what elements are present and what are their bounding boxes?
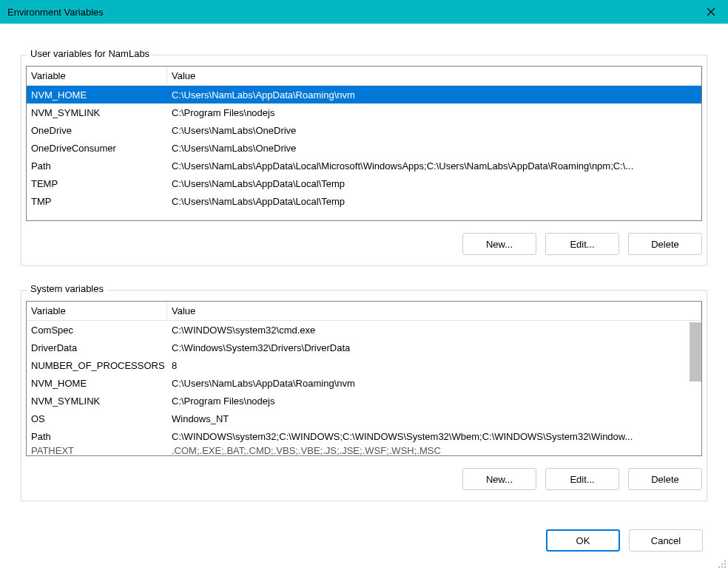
- variable-value: C:\WINDOWS\system32\cmd.exe: [167, 325, 701, 336]
- user-delete-button[interactable]: Delete: [628, 233, 702, 255]
- svg-point-1: [721, 563, 723, 565]
- user-header-variable[interactable]: Variable: [27, 67, 167, 85]
- table-row[interactable]: ComSpecC:\WINDOWS\system32\cmd.exe: [27, 321, 701, 339]
- system-new-button[interactable]: New...: [462, 468, 536, 490]
- variable-name: NVM_SYMLINK: [27, 396, 167, 407]
- system-header-value[interactable]: Value: [167, 302, 701, 320]
- variable-name: TMP: [27, 196, 167, 207]
- system-header-variable[interactable]: Variable: [27, 302, 167, 320]
- variable-value: C:\Users\NamLabs\AppData\Local\Temp: [167, 196, 701, 207]
- system-variables-group: System variables Variable Value ComSpecC…: [21, 290, 707, 501]
- user-variables-group: User variables for NamLabs Variable Valu…: [21, 55, 707, 266]
- user-header-value[interactable]: Value: [167, 67, 701, 85]
- table-row[interactable]: NVM_SYMLINKC:\Program Files\nodejs: [27, 392, 701, 410]
- user-edit-button[interactable]: Edit...: [545, 233, 619, 255]
- dialog-content: User variables for NamLabs Variable Valu…: [0, 24, 728, 509]
- close-button[interactable]: [694, 0, 728, 24]
- variable-value: C:\Users\NamLabs\OneDrive: [167, 125, 701, 136]
- variable-value: C:\Program Files\nodejs: [167, 396, 701, 407]
- variable-name: OneDrive: [27, 125, 167, 136]
- svg-point-0: [724, 560, 726, 562]
- table-row[interactable]: NUMBER_OF_PROCESSORS8: [27, 356, 701, 374]
- system-edit-button[interactable]: Edit...: [545, 468, 619, 490]
- resize-grip[interactable]: [716, 558, 727, 569]
- variable-name: Path: [27, 160, 167, 172]
- svg-point-2: [724, 563, 726, 565]
- variable-value: 8: [167, 360, 701, 371]
- variable-value: C:\Users\NamLabs\AppData\Roaming\nvm: [167, 378, 701, 389]
- table-row[interactable]: TEMPC:\Users\NamLabs\AppData\Local\Temp: [27, 174, 701, 192]
- window-title: Environment Variables: [7, 7, 104, 18]
- variable-name: ComSpec: [27, 325, 167, 336]
- variable-value: Windows_NT: [167, 413, 701, 424]
- svg-point-3: [718, 566, 720, 568]
- scrollbar-thumb[interactable]: [690, 322, 701, 381]
- table-row[interactable]: NVM_HOMEC:\Users\NamLabs\AppData\Roaming…: [27, 374, 701, 392]
- svg-point-5: [724, 566, 726, 568]
- variable-value: C:\Users\NamLabs\AppData\Roaming\nvm: [167, 89, 701, 101]
- variable-name: DriverData: [27, 342, 167, 353]
- table-row[interactable]: PathC:\WINDOWS\system32;C:\WINDOWS;C:\WI…: [27, 427, 701, 445]
- user-new-button[interactable]: New...: [462, 233, 536, 255]
- table-row[interactable]: DriverDataC:\Windows\System32\Drivers\Dr…: [27, 339, 701, 356]
- system-table-header[interactable]: Variable Value: [27, 302, 701, 321]
- table-row[interactable]: NVM_HOMEC:\Users\NamLabs\AppData\Roaming…: [27, 86, 701, 104]
- table-row[interactable]: PATHEXT.COM;.EXE;.BAT;.CMD;.VBS;.VBE;.JS…: [27, 445, 701, 455]
- table-row[interactable]: OneDriveC:\Users\NamLabs\OneDrive: [27, 121, 701, 139]
- variable-name: NVM_SYMLINK: [27, 107, 167, 118]
- variable-name: OneDriveConsumer: [27, 143, 167, 154]
- variable-value: C:\Program Files\nodejs: [167, 107, 701, 118]
- user-button-row: New... Edit... Delete: [21, 221, 707, 255]
- user-table-header[interactable]: Variable Value: [27, 67, 701, 86]
- user-variables-label: User variables for NamLabs: [27, 48, 152, 59]
- close-icon: [707, 7, 715, 16]
- variable-value: .COM;.EXE;.BAT;.CMD;.VBS;.VBE;.JS;.JSE;.…: [167, 445, 701, 455]
- variable-name: NVM_HOME: [27, 378, 167, 389]
- system-variables-table[interactable]: Variable Value ComSpecC:\WINDOWS\system3…: [26, 301, 702, 456]
- variable-name: OS: [27, 413, 167, 424]
- variable-name: TEMP: [27, 178, 167, 189]
- user-variables-table[interactable]: Variable Value NVM_HOMEC:\Users\NamLabs\…: [26, 66, 702, 221]
- table-row[interactable]: OSWindows_NT: [27, 410, 701, 427]
- titlebar: Environment Variables: [0, 0, 728, 24]
- variable-name: NUMBER_OF_PROCESSORS: [27, 360, 167, 371]
- ok-button[interactable]: OK: [546, 529, 620, 552]
- system-button-row: New... Edit... Delete: [21, 456, 707, 490]
- table-row[interactable]: TMPC:\Users\NamLabs\AppData\Local\Temp: [27, 192, 701, 210]
- variable-value: C:\Users\NamLabs\OneDrive: [167, 143, 701, 154]
- svg-point-4: [721, 566, 723, 568]
- variable-value: C:\Windows\System32\Drivers\DriverData: [167, 342, 701, 353]
- dialog-button-row: OK Cancel: [0, 509, 728, 559]
- table-row[interactable]: OneDriveConsumerC:\Users\NamLabs\OneDriv…: [27, 139, 701, 157]
- variable-value: C:\WINDOWS\system32;C:\WINDOWS;C:\WINDOW…: [167, 431, 701, 442]
- variable-name: NVM_HOME: [27, 89, 167, 101]
- table-row[interactable]: PathC:\Users\NamLabs\AppData\Local\Micro…: [27, 157, 701, 174]
- resize-grip-icon: [716, 558, 727, 569]
- cancel-button[interactable]: Cancel: [629, 529, 703, 552]
- variable-value: C:\Users\NamLabs\AppData\Local\Temp: [167, 178, 701, 189]
- variable-name: Path: [27, 431, 167, 442]
- system-variables-label: System variables: [27, 283, 107, 294]
- table-row[interactable]: NVM_SYMLINKC:\Program Files\nodejs: [27, 104, 701, 121]
- system-delete-button[interactable]: Delete: [628, 468, 702, 490]
- variable-name: PATHEXT: [27, 445, 167, 455]
- variable-value: C:\Users\NamLabs\AppData\Local\Microsoft…: [167, 160, 701, 172]
